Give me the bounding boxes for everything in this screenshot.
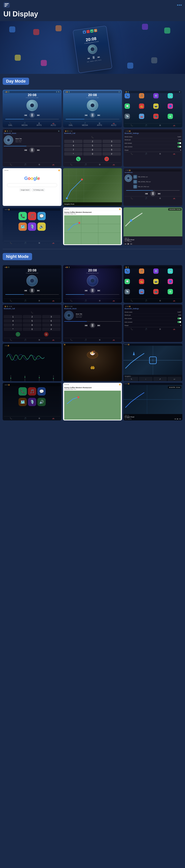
night-appgrid-bottom[interactable]: 📞 🎵 ⊞ 🚗: [125, 299, 181, 302]
night-nav-au-1[interactable]: 🚗: [52, 300, 54, 302]
bts-nav-media[interactable]: 🎵: [145, 153, 147, 155]
night-key-7[interactable]: 7: [4, 323, 22, 327]
cp-nav-4[interactable]: 🚗: [52, 242, 54, 244]
night-nav-m-1[interactable]: 🎵: [24, 300, 26, 302]
btcall-nav-dial[interactable]: 📞: [70, 163, 73, 165]
bt-nav-media[interactable]: 🎵: [24, 163, 26, 165]
bt-nav-auto[interactable]: 🚗: [52, 163, 54, 165]
night-bts-ac-toggle[interactable]: [178, 321, 181, 323]
nav-dial-1[interactable]: 📞DIAL: [8, 122, 12, 126]
key-5[interactable]: 5: [83, 144, 102, 147]
key-0[interactable]: 0: [83, 152, 102, 156]
night-bts-bottom[interactable]: 📞 🎵 ⊞ 🚗: [125, 327, 181, 330]
night-nav-controls[interactable]: ↰ ↑ ↱ ↩: [125, 377, 181, 381]
night-call-answer[interactable]: 📞: [16, 332, 20, 337]
night-cp-n1[interactable]: 📞: [10, 417, 12, 419]
night-nav-d-1[interactable]: 📞: [10, 300, 12, 302]
next-button[interactable]: ⏭: [97, 55, 100, 58]
night-cp-siri[interactable]: 🔊: [37, 398, 46, 406]
night-nav-a-1[interactable]: ⊞: [38, 300, 40, 302]
night-play-2[interactable]: ⏸: [90, 288, 95, 293]
night-ag-nav-4[interactable]: 🚗: [173, 300, 175, 302]
night-cp-n2[interactable]: 🎵: [24, 417, 26, 419]
nav-apps-2[interactable]: ⊞APPS: [97, 122, 102, 126]
nav-apps-1[interactable]: ⊞APPS: [36, 122, 42, 126]
night-btcall-n4[interactable]: 🚗: [52, 339, 54, 341]
nav-media-3[interactable]: 🎵: [145, 124, 147, 126]
bt-auto-connect-toggle[interactable]: [178, 146, 181, 148]
night-call-end[interactable]: 📵: [44, 332, 49, 337]
key-star[interactable]: *: [64, 152, 82, 156]
night-cp-maps[interactable]: 🗺️: [19, 398, 27, 406]
mc-prev-2[interactable]: ⏮: [85, 114, 87, 117]
night-nav-m-controls[interactable]: ⏮ ▶ ⏭: [175, 418, 181, 420]
night-app-5[interactable]: 💬: [125, 279, 130, 284]
night-nav-a-2[interactable]: ⊞: [99, 300, 100, 302]
night-nav-u-turn[interactable]: ↩: [168, 377, 181, 381]
menu-button[interactable]: [3, 2, 10, 8]
night-bts-ac-row[interactable]: Auto connect: [125, 320, 181, 324]
night-bottom-nav-1[interactable]: 📞 🎵 ⊞ 🚗: [4, 299, 60, 302]
social-bottom-nav[interactable]: 📞 🎵 ⊞ 🚗: [125, 196, 181, 199]
nav-dial-3[interactable]: 📞: [131, 124, 133, 126]
app-maps[interactable]: 🗺️: [168, 93, 173, 98]
call-end[interactable]: 📵: [104, 157, 109, 161]
night-app-10[interactable]: 🚗: [139, 289, 144, 294]
night-cp-msg[interactable]: 💬: [37, 387, 46, 396]
key-1[interactable]: 1: [64, 140, 82, 143]
night-cp-podcast[interactable]: 🎙️: [28, 398, 36, 406]
call-answer[interactable]: 📞: [76, 157, 81, 161]
night-btcall-n2[interactable]: 🎵: [24, 339, 26, 341]
btcall-nav-apps[interactable]: ⊞: [99, 163, 100, 165]
mc-next-1[interactable]: ⏭: [37, 114, 40, 117]
night-app-3[interactable]: ⚙️: [153, 269, 159, 274]
night-bts-fl-row[interactable]: Flower ▶: [125, 324, 181, 327]
night-cp-bottom[interactable]: 📞 🎵 ⊞ 🚗: [4, 416, 60, 419]
key-2[interactable]: 2: [83, 140, 102, 143]
cp-bottom-nav-1[interactable]: 📞 🎵 ⊞ 🚗: [4, 241, 60, 244]
bt-prev[interactable]: ⏮: [24, 148, 27, 152]
btcall-nav-auto[interactable]: 🚗: [112, 163, 115, 165]
night-eq-sliders[interactable]: 60 250 1k: [4, 375, 60, 381]
app-settings[interactable]: ⚙️: [153, 93, 159, 98]
eq-slider-2[interactable]: 250: [18, 375, 32, 381]
cp-app-phone[interactable]: 📞: [19, 212, 27, 220]
social-item-1[interactable]: 华夏_任归何处.mp3: [133, 175, 151, 179]
key-3[interactable]: 3: [103, 140, 121, 143]
night-bts-n3[interactable]: ⊞: [159, 328, 161, 330]
eq-slider-1[interactable]: 60: [4, 375, 18, 381]
prev-button[interactable]: ⏮: [87, 57, 90, 60]
bts-bottom-nav[interactable]: 📞 🎵 ⊞ 🚗: [125, 152, 181, 155]
night-ag-nav-3[interactable]: ⊞: [159, 300, 161, 302]
night-controls-1[interactable]: ⏮ ⏸ ⏭: [4, 288, 60, 293]
social-controls[interactable]: ⏮ ⏸ ⏭: [125, 191, 181, 196]
key-6[interactable]: 6: [103, 144, 121, 147]
night-cp-phone[interactable]: 📞: [19, 387, 27, 396]
night-nav-turn-left[interactable]: ↰: [125, 377, 138, 381]
night-bts-aa-row[interactable]: Auto answer: [125, 317, 181, 320]
bottom-nav-1[interactable]: 📞DIAL 🎵MEDIA ⊞APPS 🚗AUTO: [4, 121, 60, 126]
cp-nav-1[interactable]: 📞: [10, 242, 12, 244]
bt-auto-answer-row[interactable]: Auto answer: [125, 142, 181, 145]
night-key-hash[interactable]: #: [42, 328, 60, 331]
night-call-keypad[interactable]: 1 2 3 4 5 6 7 8 9 * 0 #: [4, 315, 60, 331]
key-9[interactable]: 9: [103, 148, 121, 151]
night-app-6[interactable]: 📻: [139, 279, 144, 284]
night-key-4[interactable]: 4: [4, 319, 22, 322]
night-app-9[interactable]: 📡: [125, 289, 130, 294]
night-ag-nav-2[interactable]: 🎵: [145, 300, 147, 302]
bts-nav-apps[interactable]: ⊞: [159, 153, 161, 155]
play-pause-button[interactable]: ⏸: [91, 55, 96, 60]
google-lucky-btn[interactable]: I'm Feeling Lucky: [32, 189, 45, 191]
btcall-nav-media[interactable]: 🎵: [85, 163, 87, 165]
key-4[interactable]: 4: [64, 144, 82, 147]
night-app-4[interactable]: 🗺️: [168, 269, 173, 274]
key-hash[interactable]: #: [103, 152, 121, 156]
night-app-8[interactable]: 🔵: [168, 279, 173, 284]
bt-flower-row[interactable]: Flower ▶: [125, 149, 181, 152]
cp-app-podcast[interactable]: 🎙️: [28, 222, 36, 231]
call-keypad[interactable]: 1 2 3 4 5 6 7 8 9 * 0 #: [64, 140, 121, 156]
night-key-3[interactable]: 3: [42, 315, 60, 318]
bottom-nav-3[interactable]: 📞 🎵 ⊞ 🚗: [125, 123, 181, 126]
social-next[interactable]: ⏭: [158, 192, 161, 195]
